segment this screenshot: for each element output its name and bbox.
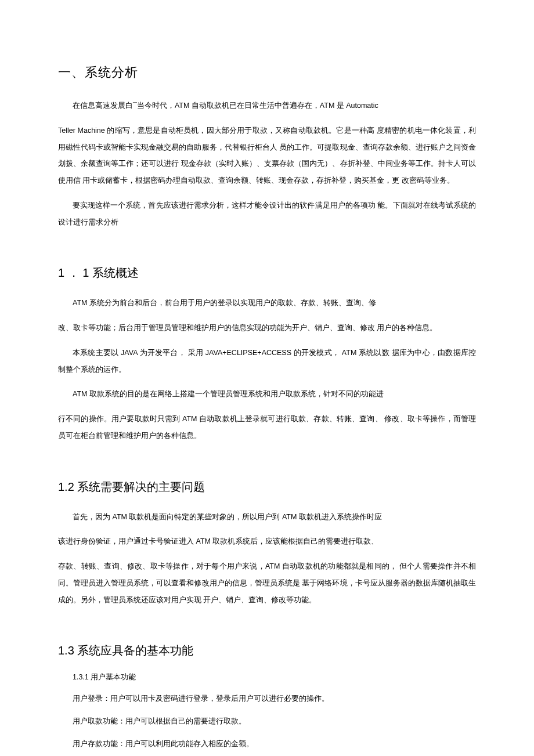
section-1-3-1-title: 1.3.1 用户基本功能 xyxy=(58,672,476,682)
section-1-2-para-1: 首先，因为 ATM 取款机是面向特定的某些对象的，所以用户到 ATM 取款机进入… xyxy=(58,509,476,526)
section-1-2-title: 1.2 系统需要解决的主要问题 xyxy=(58,479,476,495)
section-1-2-para-2: 该进行身份验证，用户通过卡号验证进入 ATM 取款机系统后，应该能根据自己的需要… xyxy=(58,533,476,550)
section-1-1-title: 1 ． 1 系统概述 xyxy=(58,265,476,281)
feature-deposit: 用户存款功能：用户可以利用此功能存入相应的金额。 xyxy=(58,736,476,753)
section-1-para-1: 在信息高速发展白¯当今时代，ATM 自动取款机已在日常生活中普遍存在，ATM 是… xyxy=(58,97,476,114)
feature-login: 用户登录：用户可以用卡及密码进行登录，登录后用户可以进行必要的操作。 xyxy=(58,690,476,707)
section-1-title: 一、系统分析 xyxy=(58,64,476,81)
section-1-para-2: Teller Machine 的缩写，意思是自动柜员机，因大部分用于取款，又称自… xyxy=(58,122,476,189)
section-1-1-para-4: ATM 取款系统的目的是在网络上搭建一个管理员管理系统和用户取款系统，针对不同的… xyxy=(58,386,476,403)
section-1-2-para-3: 存款、转账、查询、修改、取卡等操作，对于每个用户来说，ATM 自动取款机的功能都… xyxy=(58,558,476,608)
section-1-1-para-3: 本系统主要以 JAVA 为开发平台， 采用 JAVA+ECLIPSE+ACCES… xyxy=(58,345,476,378)
section-1-3-title: 1.3 系统应具备的基本功能 xyxy=(58,643,476,659)
section-1-1-para-2: 改、取卡等功能；后台用于管理员管理和维护用户的信息实现的功能为开户、销户、查询、… xyxy=(58,320,476,337)
feature-withdraw: 用户取款功能：用户可以根据自己的需要进行取款。 xyxy=(58,713,476,730)
section-1-1-para-5: 行不同的操作。用户要取款时只需到 ATM 自动取款机上登录就可进行取款、存款、转… xyxy=(58,411,476,444)
section-1-para-3: 要实现这样一个系统，首先应该进行需求分析，这样才能令设计出的软件满足用户的各项功… xyxy=(58,197,476,231)
section-1-1-para-1: ATM 系统分为前台和后台，前台用于用户的登录以实现用户的取款、存款、转账、查询… xyxy=(58,295,476,312)
